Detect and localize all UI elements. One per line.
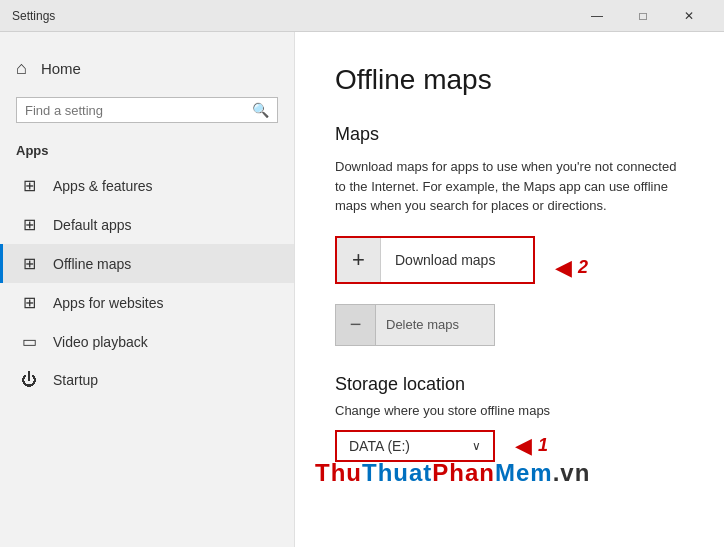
- annotation-arrow-1: ◀ 1: [515, 433, 548, 459]
- page-title: Offline maps: [335, 64, 684, 96]
- sidebar: ⌂ Home 🔍 Apps ⊞ Apps & features ⊞ Defaul…: [0, 32, 295, 547]
- offline-maps-icon: ⊞: [19, 254, 39, 273]
- content-area: Offline maps Maps Download maps for apps…: [295, 32, 724, 547]
- minimize-button[interactable]: —: [574, 0, 620, 32]
- maps-section-title: Maps: [335, 124, 684, 145]
- video-playback-icon: ▭: [19, 332, 39, 351]
- titlebar: Settings — □ ✕: [0, 0, 724, 32]
- sidebar-item-default-apps-label: Default apps: [53, 217, 132, 233]
- delete-maps-row: − Delete maps: [335, 304, 684, 346]
- minus-icon: −: [336, 305, 376, 345]
- download-maps-row: + Download maps ◀ 2: [335, 236, 684, 300]
- maximize-button[interactable]: □: [620, 0, 666, 32]
- storage-value: DATA (E:): [349, 438, 410, 454]
- arrow-left-icon-2: ◀: [515, 433, 532, 459]
- sidebar-item-video-playback-label: Video playback: [53, 334, 148, 350]
- sidebar-item-startup[interactable]: ⏻ Startup: [0, 361, 294, 399]
- storage-dropdown[interactable]: DATA (E:) ∨: [335, 430, 495, 462]
- watermark: ThuThuatPhanMem.vn: [315, 459, 590, 487]
- sidebar-item-offline-maps[interactable]: ⊞ Offline maps: [0, 244, 294, 283]
- home-icon: ⌂: [16, 58, 27, 79]
- annotation-1-label: 1: [538, 435, 548, 456]
- apps-for-websites-icon: ⊞: [19, 293, 39, 312]
- titlebar-controls: — □ ✕: [574, 0, 712, 32]
- main-layout: ⌂ Home 🔍 Apps ⊞ Apps & features ⊞ Defaul…: [0, 32, 724, 547]
- sidebar-item-apps-for-websites-label: Apps for websites: [53, 295, 164, 311]
- storage-description: Change where you store offline maps: [335, 403, 684, 418]
- maps-description: Download maps for apps to use when you'r…: [335, 157, 684, 216]
- sidebar-item-video-playback[interactable]: ▭ Video playback: [0, 322, 294, 361]
- search-icon: 🔍: [252, 102, 269, 118]
- delete-maps-label: Delete maps: [376, 317, 469, 332]
- home-label: Home: [41, 60, 81, 77]
- sidebar-item-apps-for-websites[interactable]: ⊞ Apps for websites: [0, 283, 294, 322]
- sidebar-item-offline-maps-label: Offline maps: [53, 256, 131, 272]
- chevron-down-icon: ∨: [472, 439, 481, 453]
- sidebar-item-default-apps[interactable]: ⊞ Default apps: [0, 205, 294, 244]
- arrow-left-icon: ◀: [555, 255, 572, 281]
- search-box[interactable]: 🔍: [16, 97, 278, 123]
- storage-section-title: Storage location: [335, 374, 684, 395]
- sidebar-item-apps-features[interactable]: ⊞ Apps & features: [0, 166, 294, 205]
- sidebar-item-apps-features-label: Apps & features: [53, 178, 153, 194]
- sidebar-section-title: Apps: [0, 139, 294, 166]
- watermark-text: ThuThuatPhanMem.vn: [315, 459, 590, 487]
- apps-features-icon: ⊞: [19, 176, 39, 195]
- close-button[interactable]: ✕: [666, 0, 712, 32]
- sidebar-item-startup-label: Startup: [53, 372, 98, 388]
- download-maps-label: Download maps: [381, 252, 509, 268]
- annotation-2-label: 2: [578, 257, 588, 278]
- titlebar-title: Settings: [12, 9, 574, 23]
- startup-icon: ⏻: [19, 371, 39, 389]
- storage-dropdown-row: DATA (E:) ∨ ◀ 1: [335, 430, 684, 462]
- search-input[interactable]: [25, 103, 252, 118]
- delete-maps-button[interactable]: − Delete maps: [335, 304, 495, 346]
- plus-icon: +: [337, 238, 381, 282]
- download-maps-button[interactable]: + Download maps: [335, 236, 535, 284]
- default-apps-icon: ⊞: [19, 215, 39, 234]
- sidebar-item-home[interactable]: ⌂ Home: [0, 48, 294, 89]
- annotation-arrow-2: ◀ 2: [555, 255, 588, 281]
